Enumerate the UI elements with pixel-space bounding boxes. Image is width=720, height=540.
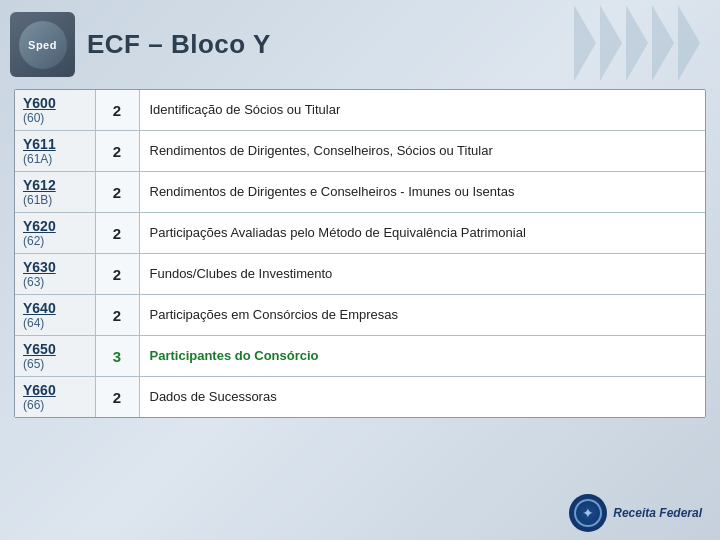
row-description: Participações Avaliadas pelo Método de E…	[150, 225, 526, 240]
row-code: Y650	[23, 341, 87, 357]
row-description-cell: Participações Avaliadas pelo Método de E…	[139, 213, 705, 254]
row-code-cell: Y612(61B)	[15, 172, 95, 213]
row-code: Y600	[23, 95, 87, 111]
header: Sped ECF – Bloco Y	[0, 0, 720, 85]
row-sub: (62)	[23, 234, 87, 248]
row-code: Y630	[23, 259, 87, 275]
table-row: Y650(65)3Participantes do Consórcio	[15, 336, 705, 377]
row-description: Rendimentos de Dirigentes e Conselheiros…	[150, 184, 515, 199]
row-sub: (66)	[23, 398, 87, 412]
row-description: Rendimentos de Dirigentes, Conselheiros,…	[150, 143, 493, 158]
row-description-cell: Participantes do Consórcio	[139, 336, 705, 377]
row-number-cell: 2	[95, 377, 139, 418]
row-description: Identificação de Sócios ou Titular	[150, 102, 341, 117]
table-row: Y660(66)2Dados de Sucessoras	[15, 377, 705, 418]
row-code: Y612	[23, 177, 87, 193]
row-description: Dados de Sucessoras	[150, 389, 277, 404]
logo-text: Sped	[28, 39, 57, 51]
table-row: Y620(62)2Participações Avaliadas pelo Mé…	[15, 213, 705, 254]
row-code: Y611	[23, 136, 87, 152]
table-row: Y640(64)2Participações em Consórcios de …	[15, 295, 705, 336]
row-description-cell: Fundos/Clubes de Investimento	[139, 254, 705, 295]
row-description-cell: Dados de Sucessoras	[139, 377, 705, 418]
row-description-cell: Rendimentos de Dirigentes e Conselheiros…	[139, 172, 705, 213]
row-description: Participantes do Consórcio	[150, 348, 319, 363]
row-sub: (64)	[23, 316, 87, 330]
row-code: Y640	[23, 300, 87, 316]
row-code: Y620	[23, 218, 87, 234]
rf-label: Receita Federal	[613, 506, 702, 520]
table-row: Y612(61B)2Rendimentos de Dirigentes e Co…	[15, 172, 705, 213]
sped-logo: Sped	[10, 12, 75, 77]
page-title: ECF – Bloco Y	[87, 29, 271, 60]
row-sub: (60)	[23, 111, 87, 125]
row-sub: (61A)	[23, 152, 87, 166]
row-sub: (65)	[23, 357, 87, 371]
receita-federal-logo: ✦ Receita Federal	[569, 494, 702, 532]
row-number-cell: 2	[95, 172, 139, 213]
row-code-cell: Y650(65)	[15, 336, 95, 377]
row-code-cell: Y600(60)	[15, 90, 95, 131]
rf-emblem: ✦	[569, 494, 607, 532]
row-number-cell: 2	[95, 213, 139, 254]
row-description-cell: Rendimentos de Dirigentes, Conselheiros,…	[139, 131, 705, 172]
row-code: Y660	[23, 382, 87, 398]
table-row: Y630(63)2Fundos/Clubes de Investimento	[15, 254, 705, 295]
row-code-cell: Y611(61A)	[15, 131, 95, 172]
content-table: Y600(60)2Identificação de Sócios ou Titu…	[15, 90, 705, 417]
row-number-cell: 3	[95, 336, 139, 377]
row-number-cell: 2	[95, 254, 139, 295]
table-row: Y600(60)2Identificação de Sócios ou Titu…	[15, 90, 705, 131]
row-code-cell: Y660(66)	[15, 377, 95, 418]
row-code-cell: Y620(62)	[15, 213, 95, 254]
main-table-wrapper: Y600(60)2Identificação de Sócios ou Titu…	[14, 89, 706, 418]
row-number: 3	[113, 348, 121, 365]
row-code-cell: Y630(63)	[15, 254, 95, 295]
row-description-cell: Identificação de Sócios ou Titular	[139, 90, 705, 131]
row-number-cell: 2	[95, 90, 139, 131]
row-number-cell: 2	[95, 131, 139, 172]
row-description-cell: Participações em Consórcios de Empresas	[139, 295, 705, 336]
row-sub: (61B)	[23, 193, 87, 207]
row-sub: (63)	[23, 275, 87, 289]
row-code-cell: Y640(64)	[15, 295, 95, 336]
row-description: Fundos/Clubes de Investimento	[150, 266, 333, 281]
table-row: Y611(61A)2Rendimentos de Dirigentes, Con…	[15, 131, 705, 172]
rf-star-icon: ✦	[582, 505, 594, 521]
row-description: Participações em Consórcios de Empresas	[150, 307, 399, 322]
row-number-cell: 2	[95, 295, 139, 336]
